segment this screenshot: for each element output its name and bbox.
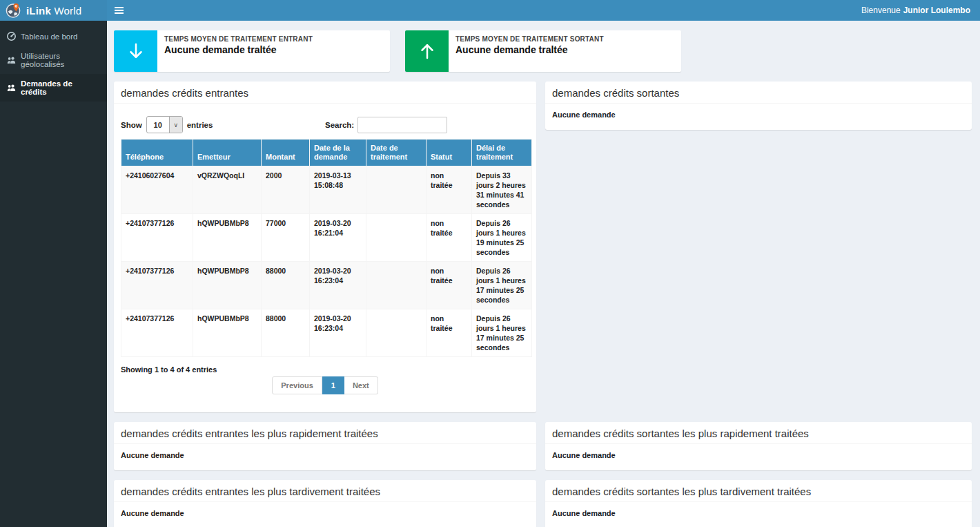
panel-title: demandes crédits sortantes les plus rapi… (545, 422, 972, 444)
page-1-button[interactable]: 1 (322, 376, 344, 394)
cell-montant: 77000 (262, 214, 310, 262)
previous-page-button[interactable]: Previous (272, 376, 322, 394)
next-page-button[interactable]: Next (344, 376, 378, 394)
sidebar: Tableau de bord Utilisateurs géolocalisé… (0, 21, 107, 527)
column-header-date-demande[interactable]: Date de la demande (310, 140, 366, 166)
panel-demandes-sortantes: demandes crédits sortantes Aucune demand… (545, 82, 972, 130)
column-header-statut[interactable]: Statut (427, 140, 472, 166)
panel-title: demandes crédits entrantes les plus tard… (114, 480, 536, 502)
cell-delai: Depuis 26 jours 1 heures 17 minutes 25 s… (472, 262, 532, 309)
content-area: TEMPS MOYEN DE TRAITEMENT ENTRANT Aucune… (107, 21, 980, 527)
cell-date-traitement (366, 214, 427, 262)
panel-sortantes-tardivement: demandes crédits sortantes les plus tard… (545, 480, 972, 527)
panel-entrantes-tardivement: demandes crédits entrantes les plus tard… (114, 480, 536, 527)
pagination: Previous 1 Next (121, 376, 529, 394)
stat-box-sortant: TEMPS MOYEN DE TRAITEMENT SORTANT Aucune… (405, 30, 681, 72)
sidebar-item-label: Demandes de crédits (21, 79, 100, 96)
cell-statut: non traitée (427, 309, 472, 357)
sidebar-item-label: Utilisateurs géolocalisés (21, 52, 100, 68)
dashboard-icon (7, 32, 16, 41)
cell-montant: 2000 (262, 166, 310, 214)
entries-label: entries (187, 121, 213, 129)
stat-label: TEMPS MOYEN DE TRAITEMENT SORTANT (455, 35, 604, 43)
column-header-montant[interactable]: Montant (262, 140, 310, 166)
table-header-row: Téléphone Emetteur Montant Date de la de… (121, 140, 532, 166)
cell-montant: 88000 (262, 309, 310, 357)
table-row: +24107377126 hQWPUBMbP8 77000 2019-03-20… (121, 214, 532, 262)
top-navbar: iLink World BienvenueJunior Loulembo (0, 0, 980, 21)
panel-title: demandes crédits sortantes les plus tard… (545, 480, 972, 502)
cell-statut: non traitée (427, 262, 472, 309)
cell-date-traitement (366, 309, 427, 357)
users-icon (7, 56, 16, 64)
panel-demandes-entrantes: demandes crédits entrantes Show 10 ∨ ent… (114, 82, 536, 412)
users-icon (7, 84, 16, 92)
welcome-message: BienvenueJunior Loulembo (861, 0, 980, 21)
brand-logo-area[interactable]: iLink World (0, 0, 107, 21)
cell-montant: 88000 (262, 262, 310, 309)
table-info: Showing 1 to 4 of 4 entries (121, 365, 529, 374)
arrow-down-icon (114, 30, 157, 72)
sidebar-item-label: Tableau de bord (21, 32, 77, 41)
show-label: Show (121, 121, 142, 129)
stat-value: Aucune demande traltée (164, 44, 313, 55)
search-label: Search: (325, 121, 354, 129)
table-row: +24106027604 vQRZWQoqLI 2000 2019-03-13 … (121, 166, 532, 214)
cell-emetteur: vQRZWQoqLI (193, 166, 262, 214)
cell-date-demande: 2019-03-13 15:08:48 (310, 166, 366, 214)
cell-emetteur: hQWPUBMbP8 (193, 214, 262, 262)
empty-message: Aucune demande (552, 450, 965, 463)
cell-date-demande: 2019-03-20 16:23:04 (310, 309, 366, 357)
cell-telephone: +24106027604 (121, 166, 193, 214)
demandes-entrantes-table: Téléphone Emetteur Montant Date de la de… (121, 139, 532, 357)
empty-message: Aucune demande (121, 450, 529, 463)
search-input[interactable] (357, 117, 447, 133)
stat-box-entrant: TEMPS MOYEN DE TRAITEMENT ENTRANT Aucune… (114, 30, 390, 72)
empty-message: Aucune demande (552, 508, 965, 521)
panel-entrantes-rapidement: demandes crédits entrantes les plus rapi… (114, 422, 536, 470)
panel-title: demandes crédits entrantes (114, 82, 536, 104)
cell-date-demande: 2019-03-20 16:23:04 (310, 262, 366, 309)
cell-date-demande: 2019-03-20 16:21:04 (310, 214, 366, 262)
page-length-select[interactable]: 10 ∨ (146, 116, 183, 133)
cell-emetteur: hQWPUBMbP8 (193, 309, 262, 357)
panel-sortantes-rapidement: demandes crédits sortantes les plus rapi… (545, 422, 972, 470)
cell-delai: Depuis 33 jours 2 heures 31 minutes 41 s… (472, 166, 532, 214)
empty-message: Aucune demande (552, 109, 965, 123)
chevron-down-icon: ∨ (169, 117, 182, 133)
panel-title: demandes crédits entrantes les plus rapi… (114, 422, 536, 444)
cell-telephone: +24107377126 (121, 262, 193, 309)
column-header-date-traitement[interactable]: Date de traitement (366, 140, 427, 166)
sidebar-item-demandes-de-credits[interactable]: Demandes de crédits (0, 74, 107, 102)
cell-statut: non traitée (427, 166, 472, 214)
sidebar-toggle-icon[interactable] (107, 0, 130, 21)
column-header-delai[interactable]: Délai de traitement (472, 140, 532, 166)
cell-telephone: +24107377126 (121, 214, 193, 262)
cell-date-traitement (366, 166, 427, 214)
table-row: +24107377126 hQWPUBMbP8 88000 2019-03-20… (121, 309, 532, 357)
arrow-up-icon (405, 30, 449, 72)
sidebar-item-utilisateurs-geolocalises[interactable]: Utilisateurs géolocalisés (0, 46, 107, 74)
panel-title: demandes crédits sortantes (545, 82, 972, 104)
table-row: +24107377126 hQWPUBMbP8 88000 2019-03-20… (121, 262, 532, 309)
column-header-emetteur[interactable]: Emetteur (193, 140, 262, 166)
cell-delai: Depuis 26 jours 1 heures 17 minutes 25 s… (472, 309, 532, 357)
cell-telephone: +24107377126 (121, 309, 193, 357)
cell-date-traitement (366, 262, 427, 309)
empty-message: Aucune demande (121, 508, 529, 521)
column-header-telephone[interactable]: Téléphone (121, 140, 193, 166)
stat-value: Aucune demande traltée (455, 44, 604, 55)
stat-label: TEMPS MOYEN DE TRAITEMENT ENTRANT (164, 35, 313, 43)
sidebar-item-tableau-de-bord[interactable]: Tableau de bord (0, 26, 107, 46)
app-logo-icon (6, 3, 21, 19)
cell-emetteur: hQWPUBMbP8 (193, 262, 262, 309)
app-title: iLink World (26, 5, 81, 17)
cell-statut: non traitée (427, 214, 472, 262)
cell-delai: Depuis 26 jours 1 heures 19 minutes 25 s… (472, 214, 532, 262)
